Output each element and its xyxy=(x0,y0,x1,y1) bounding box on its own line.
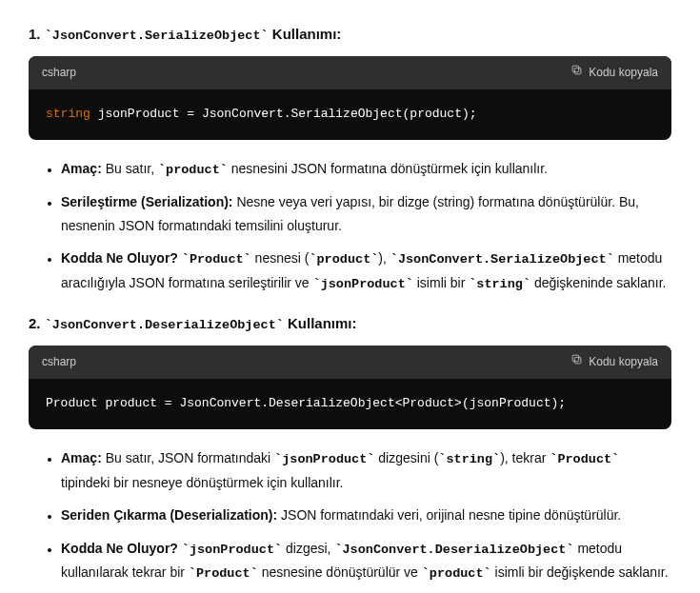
inline-code: `Product` xyxy=(189,566,258,581)
inline-code: `jsonProduct` xyxy=(274,452,374,466)
code-token: = xyxy=(187,107,194,121)
inline-code: `jsonProduct` xyxy=(313,277,413,291)
bullet-text: nesnesine dönüştürülür ve xyxy=(258,564,422,580)
code-token: JsonConvert.DeserializeObject<Product>(j… xyxy=(172,396,566,410)
code-block-header: csharpKodu kopyala xyxy=(29,346,671,379)
svg-rect-0 xyxy=(575,68,582,74)
bullet-text: ), tekrar xyxy=(500,450,550,465)
bullet-text: ), xyxy=(378,250,390,266)
code-block-body: Product product = JsonConvert.Deserializ… xyxy=(29,379,671,429)
code-block: csharpKodu kopyalastring jsonProduct = J… xyxy=(29,56,671,140)
copy-label: Kodu kopyala xyxy=(589,64,658,82)
list-item: Amaç: Bu satır, `product` nesnesini JSON… xyxy=(61,157,671,182)
bullet-text: isimli bir değişkende saklanır. xyxy=(491,564,669,580)
inline-code: `product` xyxy=(158,163,228,177)
inline-code: `JsonConvert.SerializeObject` xyxy=(390,252,614,267)
copy-code-button[interactable]: Kodu kopyala xyxy=(570,353,658,371)
svg-rect-1 xyxy=(572,66,579,72)
bullet-bold: Kodda Ne Oluyor? xyxy=(61,541,178,556)
list-item: Serileştirme (Serialization): Nesne veya… xyxy=(61,190,671,237)
bullet-bold: Amaç: xyxy=(61,450,102,465)
code-token: Product product xyxy=(46,396,165,410)
code-block-body: string jsonProduct = JsonConvert.Seriali… xyxy=(29,89,671,140)
bullet-text: Bu satır, xyxy=(102,161,158,176)
code-token: string xyxy=(46,107,90,121)
copy-icon xyxy=(570,64,583,82)
heading-suffix: Kullanımı: xyxy=(269,26,342,42)
inline-code: `string` xyxy=(469,277,530,291)
inline-code: `string` xyxy=(438,452,500,466)
inline-code: `product` xyxy=(422,566,491,581)
bullet-text: nesnesi ( xyxy=(251,250,310,266)
bullet-text: dizgesini ( xyxy=(374,450,438,465)
bullet-text: Bu satır, JSON formatındaki xyxy=(102,450,274,465)
code-token: JsonConvert.SerializeObject(product); xyxy=(202,107,477,121)
inline-code: `product` xyxy=(309,252,378,267)
bullet-text: dizgesi, xyxy=(282,541,334,556)
code-block-header: csharpKodu kopyala xyxy=(29,56,671,89)
copy-code-button[interactable]: Kodu kopyala xyxy=(570,64,658,82)
bullet-bold: Serileştirme (Serialization): xyxy=(61,194,233,209)
bullet-text: tipindeki bir nesneye dönüştürmek için k… xyxy=(61,475,344,490)
inline-code: `JsonConvert.DeserializeObject` xyxy=(334,543,573,557)
inline-code: `jsonProduct` xyxy=(182,543,282,557)
section-heading: 1. `JsonConvert.SerializeObject` Kullanı… xyxy=(29,23,671,47)
bullet-text: JSON formatındaki veri, orijinal nesne t… xyxy=(277,507,621,523)
heading-suffix: Kullanımı: xyxy=(284,315,357,331)
bullet-list: Amaç: Bu satır, JSON formatındaki `jsonP… xyxy=(29,446,671,585)
inline-code: `Product` xyxy=(550,452,619,466)
svg-rect-3 xyxy=(572,355,579,362)
list-item: Seriden Çıkarma (Deserialization): JSON … xyxy=(61,504,671,527)
bullet-list: Amaç: Bu satır, `product` nesnesini JSON… xyxy=(29,157,671,296)
bullet-bold: Kodda Ne Oluyor? xyxy=(61,250,178,266)
heading-inline-code: `JsonConvert.SerializeObject` xyxy=(45,29,269,43)
copy-icon xyxy=(570,353,583,371)
heading-number: 2. xyxy=(29,315,41,331)
heading-inline-code: `JsonConvert.DeserializeObject` xyxy=(45,318,284,332)
bullet-text: nesnesini JSON formatına dönüştürmek içi… xyxy=(228,161,548,176)
bullet-text: isimli bir xyxy=(413,275,469,290)
bullet-text: değişkeninde saklanır. xyxy=(530,275,666,290)
list-item: Kodda Ne Oluyor? `jsonProduct` dizgesi, … xyxy=(61,537,671,585)
code-token: = xyxy=(165,396,172,410)
copy-label: Kodu kopyala xyxy=(589,353,658,371)
svg-rect-2 xyxy=(575,357,582,364)
code-lang-label: csharp xyxy=(42,64,76,82)
code-lang-label: csharp xyxy=(42,353,76,371)
list-item: Kodda Ne Oluyor? `Product` nesnesi (`pro… xyxy=(61,247,671,295)
inline-code: `Product` xyxy=(182,252,251,267)
bullet-bold: Amaç: xyxy=(61,161,102,176)
code-token: jsonProduct xyxy=(98,107,180,121)
heading-number: 1. xyxy=(29,26,41,42)
list-item: Amaç: Bu satır, JSON formatındaki `jsonP… xyxy=(61,446,671,494)
bullet-bold: Seriden Çıkarma (Deserialization): xyxy=(61,507,277,523)
code-block: csharpKodu kopyalaProduct product = Json… xyxy=(29,346,671,429)
section-heading: 2. `JsonConvert.DeserializeObject` Kulla… xyxy=(29,312,671,336)
